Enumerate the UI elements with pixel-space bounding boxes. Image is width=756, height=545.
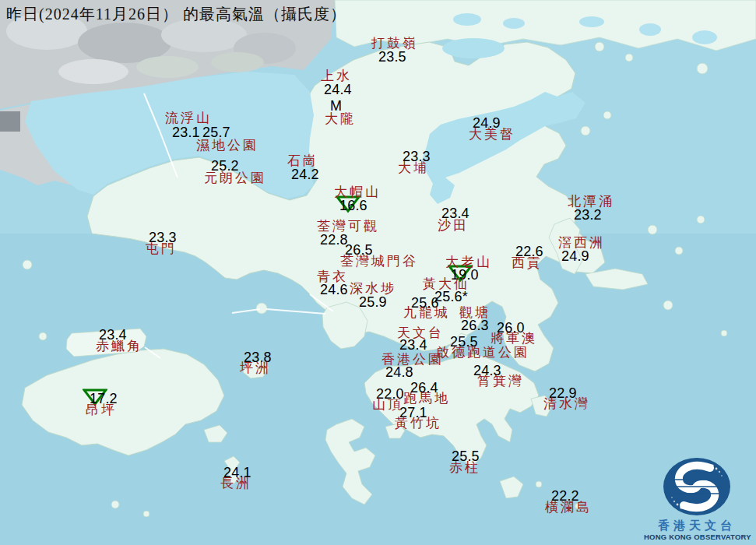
station-name: 打鼓嶺 [371,37,418,50]
station-name: 黃竹坑 [395,417,441,430]
station-name: 滘西洲 [558,236,605,249]
station-name: 九龍城 [403,306,450,319]
station-value: 22.8 [320,233,348,247]
island-grass [603,111,611,119]
station-name: 流浮山 [165,111,212,125]
station-value: 25.9 [359,295,387,309]
island-soko [111,501,119,508]
station-name: 青衣 [317,270,348,283]
station-name: 深水埗 [350,282,396,295]
station-name: 大埔 [398,161,429,174]
station-name: 大帽山 [334,185,381,199]
station-name: 北潭涌 [568,195,614,208]
islet [721,330,727,336]
island-ma-wan [256,303,267,314]
station-name: 長洲 [220,476,251,490]
station-name: 橫瀾島 [545,501,592,514]
station-name: 西貢 [512,256,543,269]
station-value: 16.6 [339,199,367,213]
station-value: 26.3 [461,318,489,332]
station-name: 觀塘 [459,306,491,319]
islet [663,301,673,310]
station-name: 坪洲 [240,361,271,374]
islet [697,216,705,223]
station-name: 沙田 [438,219,469,232]
station-name: 啟德跑道公園 [436,346,529,359]
station-value: 24.9 [561,249,589,263]
station-value: 24.2 [291,167,319,181]
station-name: 大隴 [325,112,356,125]
station-name: 濕地公園 [196,139,258,152]
station-value: 24.6 [320,283,348,297]
page-title: 昨日(2024年11月26日） 的最高氣溫（攝氏度） [6,4,346,25]
station-name: 山頂 [372,398,403,411]
station-value: 24.4 [324,83,352,97]
water-starling-inlet [442,38,505,58]
station-name: 石崗 [287,154,318,167]
station-name: 荃灣可觀 [317,220,379,233]
station-name: 香港公園 [382,353,444,366]
hko-s-swirl-icon [661,456,733,519]
station-name: 元朗公園 [204,171,266,185]
station-value: 23.2 [574,208,602,222]
station-name: 大老山 [445,255,492,269]
islet [536,481,542,487]
station-name: 將軍澳 [491,332,537,345]
station-name: 跑馬地 [403,392,450,405]
hong-kong-map [0,0,756,545]
station-name: 筲箕灣 [477,374,524,388]
logo-name-zh: 香港天文台 [644,519,750,533]
station-value: 24.8 [385,365,413,379]
station-name: 赤柱 [449,461,480,474]
station-value: 23.5 [378,50,406,64]
weather-map-page: 昨日(2024年11月26日） 的最高氣溫（攝氏度） 23.5打鼓嶺24.4上水… [0,0,756,545]
islet [625,54,633,62]
station-name: 黃大仙 [423,277,469,290]
station-name: 昂坪 [86,403,117,417]
islet [595,42,604,51]
island-soko [143,511,149,517]
station-name: 清水灣 [543,397,590,410]
islet [39,332,47,340]
station-name: 屯門 [146,242,177,255]
islet [648,225,657,234]
urban-block [0,111,20,132]
islet [675,247,683,255]
hko-logo: 香港天文台 HONG KONG OBSERVATORY [644,456,750,542]
station-name: 大美督 [469,128,515,141]
island-ping-chau [697,63,708,74]
station-name: 天文台 [397,326,444,339]
island-tap-mun [581,126,590,135]
station-name: 上水 [321,69,352,83]
logo-name-en: HONG KONG OBSERVATORY [644,533,750,542]
station-name: 赤鱲角 [96,339,142,353]
islet [23,260,32,269]
station-name: 荃灣城門谷 [340,255,418,268]
station-value: 25.6* [434,290,468,304]
